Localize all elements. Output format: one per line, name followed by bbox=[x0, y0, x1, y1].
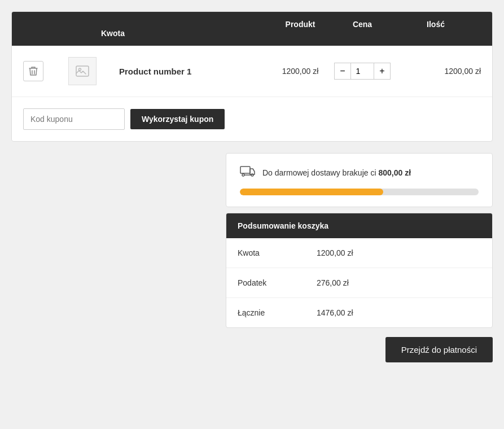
product-name: Product number 1 bbox=[113, 67, 266, 76]
svg-point-6 bbox=[251, 174, 253, 176]
summary-row-lacznie: Łącznie 1476,00 zł bbox=[226, 298, 492, 327]
summary-value-podatek: 276,00 zł bbox=[317, 278, 349, 287]
delete-button[interactable] bbox=[23, 61, 43, 81]
product-image bbox=[68, 57, 97, 85]
delivery-truck-icon bbox=[240, 165, 256, 181]
quantity-increase-button[interactable]: + bbox=[374, 63, 391, 80]
cart-header: Produkt Cena Ilość Kwota bbox=[12, 12, 492, 46]
order-summary: Podsumowanie koszyka Kwota 1200,00 zł Po… bbox=[226, 213, 493, 328]
header-price: Cena bbox=[334, 20, 391, 29]
svg-point-5 bbox=[242, 174, 244, 176]
trash-icon bbox=[29, 66, 38, 76]
delivery-text-before: Do darmowej dostawy brakuje ci bbox=[262, 168, 378, 177]
cart-table: Produkt Cena Ilość Kwota Product number … bbox=[11, 11, 493, 142]
summary-value-kwota: 1200,00 zł bbox=[317, 248, 353, 257]
coupon-input[interactable] bbox=[23, 108, 125, 130]
summary-row-podatek: Podatek 276,00 zł bbox=[226, 268, 492, 298]
header-product: Produkt bbox=[266, 20, 334, 29]
delete-cell bbox=[23, 61, 68, 81]
product-total: 1200,00 zł bbox=[391, 67, 481, 76]
header-total: Kwota bbox=[23, 29, 125, 38]
summary-label-podatek: Podatek bbox=[238, 278, 317, 287]
checkout-button[interactable]: Przejdź do płatności bbox=[385, 337, 493, 362]
quantity-control: − + bbox=[334, 63, 391, 80]
header-quantity: Ilość bbox=[391, 20, 481, 29]
coupon-button[interactable]: Wykorzystaj kupon bbox=[130, 109, 225, 129]
checkout-row: Przejdź do płatności bbox=[226, 337, 493, 362]
summary-value-lacznie: 1476,00 zł bbox=[317, 308, 353, 317]
coupon-section: Wykorzystaj kupon bbox=[12, 97, 492, 141]
svg-rect-4 bbox=[240, 167, 250, 173]
quantity-decrease-button[interactable]: − bbox=[334, 63, 351, 80]
delivery-amount: 800,00 zł bbox=[378, 168, 411, 177]
summary-row-kwota: Kwota 1200,00 zł bbox=[226, 238, 492, 268]
table-row: Product number 1 1200,00 zł − + 1200,00 … bbox=[12, 46, 492, 97]
quantity-input[interactable] bbox=[351, 63, 374, 80]
delivery-progress-bar-fill bbox=[240, 189, 383, 195]
delivery-widget: Do darmowej dostawy brakuje ci 800,00 zł bbox=[226, 153, 493, 207]
summary-label-kwota: Kwota bbox=[238, 248, 317, 257]
product-price: 1200,00 zł bbox=[266, 67, 334, 76]
image-placeholder-icon bbox=[76, 65, 89, 77]
summary-header: Podsumowanie koszyka bbox=[226, 213, 492, 238]
delivery-message: Do darmowej dostawy brakuje ci 800,00 zł bbox=[262, 168, 411, 177]
header-delete-col bbox=[23, 20, 266, 29]
delivery-text-row: Do darmowej dostawy brakuje ci 800,00 zł bbox=[240, 165, 479, 181]
delivery-progress-bar-bg bbox=[240, 189, 479, 195]
summary-label-lacznie: Łącznie bbox=[238, 308, 317, 317]
